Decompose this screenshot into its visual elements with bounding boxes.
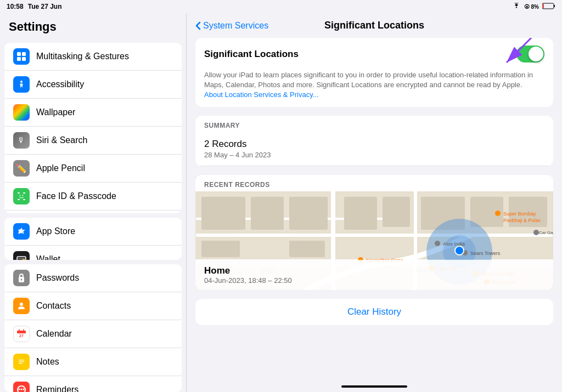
svg-rect-48 xyxy=(201,197,245,230)
svg-point-37 xyxy=(19,389,20,390)
sidebar-item-notes[interactable]: Notes xyxy=(4,348,182,376)
svg-point-38 xyxy=(21,389,23,390)
sidebar-group-2: A App Store Wallet xyxy=(4,218,182,260)
sidebar-item-multitasking[interactable]: Multitasking & Gestures xyxy=(4,43,182,71)
reminders-icon xyxy=(13,382,30,392)
recent-records-header: RECENT RECORDS xyxy=(204,177,279,192)
svg-text:Atos India: Atos India xyxy=(443,241,465,247)
svg-rect-8 xyxy=(18,192,20,194)
home-indicator xyxy=(187,381,562,392)
sidebar-item-accessibility[interactable]: Accessibility xyxy=(4,71,182,99)
svg-rect-4 xyxy=(22,52,26,56)
svg-rect-1 xyxy=(554,5,555,7)
recent-records-header-container: RECENT RECORDS xyxy=(195,175,553,191)
svg-rect-27 xyxy=(17,332,26,333)
svg-rect-5 xyxy=(17,57,21,61)
svg-point-39 xyxy=(23,389,25,390)
svg-rect-2 xyxy=(543,4,544,8)
svg-text:Car Garage: Car Garage xyxy=(539,230,553,235)
battery-icon xyxy=(542,3,555,10)
accessibility-label: Accessibility xyxy=(36,79,84,89)
svg-rect-19 xyxy=(17,258,26,259)
summary-card: SUMMARY 2 Records 28 May – 4 Jun 2023 xyxy=(195,116,553,166)
svg-point-24 xyxy=(20,303,23,306)
reminders-label: Reminders xyxy=(36,385,78,392)
date: Tue 27 Jun xyxy=(28,3,62,10)
clear-history-card[interactable]: Clear History xyxy=(195,299,553,325)
nav-back-button[interactable]: System Services xyxy=(195,21,268,31)
svg-rect-9 xyxy=(23,192,25,194)
sidebar-item-siri[interactable]: 🎙 Siri & Search xyxy=(4,127,182,155)
calendar-icon: 27 xyxy=(13,326,30,342)
accessibility-icon xyxy=(13,76,30,93)
nav-bar: System Services Significant Locations xyxy=(187,13,562,38)
record-count: 2 Records xyxy=(204,139,544,150)
wallet-icon xyxy=(13,251,30,260)
svg-text:Sears Towers: Sears Towers xyxy=(470,251,501,256)
sidebar-item-calendar[interactable]: 27 Calendar xyxy=(4,320,182,348)
significant-locations-toggle[interactable] xyxy=(516,46,544,63)
contacts-icon xyxy=(13,298,30,314)
contacts-label: Contacts xyxy=(36,301,71,311)
svg-text:27: 27 xyxy=(19,334,24,338)
toggle-label: Significant Locations xyxy=(204,49,299,60)
sidebar-title: Settings xyxy=(0,13,186,38)
svg-point-73 xyxy=(533,230,539,235)
multitasking-label: Multitasking & Gestures xyxy=(36,52,129,61)
faceid-icon xyxy=(13,188,30,204)
description-link[interactable]: About Location Services & Privacy... xyxy=(204,90,319,99)
svg-rect-34 xyxy=(19,361,24,362)
svg-point-69 xyxy=(435,241,440,246)
svg-point-12 xyxy=(20,195,21,196)
sidebar-item-faceid[interactable]: Face ID & Passcode xyxy=(4,183,182,211)
notes-icon xyxy=(13,354,30,370)
summary-header: SUMMARY xyxy=(204,117,249,133)
recent-records-card: RECENT RECORDS xyxy=(195,175,553,290)
map-container: Neopolitan Pizza Neo Cibo Modernist Cafe… xyxy=(195,191,553,290)
sidebar-item-contacts[interactable]: Contacts xyxy=(4,292,182,320)
wifi-icon xyxy=(512,3,521,10)
sidebar-group-3: Passwords Contacts xyxy=(4,264,182,392)
main-container: Settings Multitasking & Gestures xyxy=(0,13,562,392)
applepencil-label: Apple Pencil xyxy=(36,163,85,173)
wallpaper-icon xyxy=(13,104,30,121)
content-body: Significant Locations Allow your iPad to… xyxy=(187,38,562,381)
sidebar-group-1: Multitasking & Gestures Accessibility Wa… xyxy=(4,43,182,213)
svg-rect-10 xyxy=(18,199,20,200)
appstore-icon: A xyxy=(13,223,30,240)
svg-rect-6 xyxy=(22,57,26,61)
svg-text:Super Bombay: Super Bombay xyxy=(503,211,536,217)
time: 10:58 xyxy=(7,3,24,10)
svg-text:Pavbhaji & Pulav: Pavbhaji & Pulav xyxy=(503,218,541,223)
sidebar-item-passwords[interactable]: Passwords xyxy=(4,264,182,292)
clear-history-button[interactable]: Clear History xyxy=(195,299,553,325)
svg-rect-49 xyxy=(251,197,284,230)
appstore-label: App Store xyxy=(36,226,75,236)
notes-label: Notes xyxy=(36,357,59,367)
sidebar-item-appstore[interactable]: A App Store xyxy=(4,218,182,246)
home-indicator-bar xyxy=(341,385,407,388)
toggle-card: Significant Locations Allow your iPad to… xyxy=(195,38,553,107)
calendar-label: Calendar xyxy=(36,329,72,339)
toggle-row: Significant Locations xyxy=(195,38,553,70)
sidebar-item-wallet[interactable]: Wallet xyxy=(4,246,182,260)
status-bar: 10:58 Tue 27 Jun ⦿ 8% xyxy=(0,0,562,13)
clear-history-label: Clear History xyxy=(347,306,401,317)
faceid-label: Face ID & Passcode xyxy=(36,191,116,201)
svg-rect-3 xyxy=(17,52,21,56)
sidebar-item-reminders[interactable]: Reminders xyxy=(4,376,182,392)
svg-rect-50 xyxy=(289,197,328,230)
sidebar-item-applepencil[interactable]: ✏️ Apple Pencil xyxy=(4,155,182,183)
svg-rect-56 xyxy=(201,241,240,257)
signal-icon: ⦿ 8% xyxy=(524,4,539,10)
sidebar-item-wallpaper[interactable]: Wallpaper xyxy=(4,99,182,127)
svg-rect-52 xyxy=(383,197,410,227)
svg-rect-0 xyxy=(542,3,554,9)
sidebar: Settings Multitasking & Gestures xyxy=(0,13,187,392)
nav-title: Significant Locations xyxy=(324,20,424,31)
svg-point-66 xyxy=(495,211,501,216)
toggle-knob xyxy=(529,47,543,61)
map-overlay: Home 04-Jun-2023, 18:48 – 22:50 xyxy=(195,260,553,290)
sidebar-item-battery[interactable]: Battery xyxy=(4,211,182,213)
location-name: Home xyxy=(204,265,544,276)
